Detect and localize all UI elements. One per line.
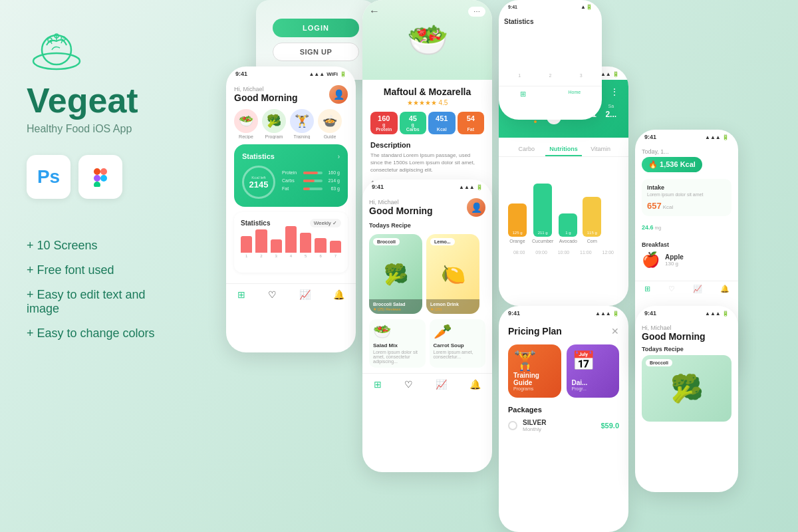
- food2-content: Hi, Michael Good Morning 👤 Todays Recipe…: [362, 193, 492, 373]
- brand-name: Vegeat: [27, 83, 180, 118]
- signup-button[interactable]: SIGN UP: [273, 43, 359, 61]
- pkg-radio[interactable]: [508, 421, 517, 430]
- food-nav-training[interactable]: 🏋️ Training: [290, 109, 314, 139]
- recipe-preview-label: Broccoli: [646, 359, 672, 366]
- bottom-nav-today: ⊞ ♡ 📈 🔔: [635, 281, 738, 297]
- greeting-row: Hi, Michael Good Morning 👤: [234, 85, 348, 104]
- breakfast-item-apple: 🍎 Apple 130 g: [642, 251, 732, 269]
- heart-nav-icon[interactable]: ♡: [268, 289, 277, 300]
- kcal-tag: 451Kcal: [428, 112, 456, 134]
- packages-section: Packages SILVER Monthly $59.0: [508, 406, 619, 432]
- nutrition-tabs: Carbo Nutritions Vitamin: [499, 138, 628, 157]
- recipe-lemon-label: Lemo...: [430, 238, 455, 245]
- rec-card-1[interactable]: 🥗 Salad Mix Lorem ipsum dolor sit amet, …: [369, 319, 426, 368]
- todays-recipe-row: 🥦 Broccoli Broccoli Salad ★ (25) Reviews…: [369, 234, 485, 314]
- breakfast-section: Breakfast 🍎 Apple 130 g: [642, 237, 732, 273]
- carbs-tag: 45gCarbs: [400, 112, 427, 134]
- brand-logo: [27, 27, 86, 73]
- food-hero: 🥗 ← ⋯: [362, 0, 492, 80]
- fat-bar: Fat 63 g: [282, 186, 340, 191]
- nutrition-chart: 125 g Orange 211 g Cucumber 1 g Avocado …: [499, 157, 628, 250]
- tool-badges: Ps: [27, 155, 180, 199]
- silver-package[interactable]: SILVER Monthly $59.0: [508, 419, 619, 432]
- bar-orange: 125 g Orange: [508, 203, 527, 243]
- recipe-broccoli-footer: Broccoli Salad ★ (25) Reviews: [369, 299, 422, 314]
- intake-val-row: 657 Kcal: [647, 201, 726, 211]
- today-content: Today, 1... 🔥 1,536 Kcal Intake Lorem ip…: [635, 143, 738, 278]
- food-nav-row: 🥗 Recipe 🥦 Program 🏋️ Training 🍲 Guide: [234, 109, 348, 139]
- intake-section: Intake Lorem ipsum dolor sit amet 657 Kc…: [642, 179, 732, 216]
- intake-detail-row: 24.6 mg: [642, 221, 732, 233]
- small-bottom-nav: ⊞ Home: [499, 86, 602, 102]
- nutrition-row: 160gProtein 45gCarbs 451Kcal 54Fat: [370, 112, 484, 134]
- user-avatar[interactable]: 👤: [329, 85, 348, 104]
- feature-screens: + 10 Screens: [27, 239, 180, 253]
- phones-area: LOGIN SIGN UP 9:41 ▲▲▲WiFi🔋 Hi, Michael …: [206, 0, 798, 532]
- carbs-bar: Carbs 214 g: [282, 178, 340, 183]
- kcal-circle: Kcal left 2145: [242, 166, 275, 199]
- svg-rect-10: [94, 175, 100, 182]
- svg-point-0: [33, 53, 80, 69]
- kcal-badge: 🔥 1,536 Kcal: [642, 157, 702, 172]
- main-content: Hi, Michael Good Morning 👤 🥗 Recipe 🥦 Pr…: [226, 80, 356, 283]
- status-icons: ▲▲▲WiFi🔋: [309, 71, 346, 77]
- bar-chart: 1 2 3 4 5 6 7: [241, 233, 341, 266]
- tab-nutritions[interactable]: Nutritions: [545, 143, 583, 156]
- home-icon-small[interactable]: ⊞: [520, 90, 526, 98]
- plan-cards: 🏋️ Training Guide Programs 📅 Dai... Prog…: [508, 344, 619, 398]
- time-axis: 08:00 09:00 10:00 11:00 12:00: [499, 250, 628, 260]
- greeting-text: Hi, Michael Good Morning: [234, 86, 298, 103]
- food-nav-guide[interactable]: 🍲 Guide: [318, 109, 342, 139]
- status-bar-last: 9:41 ▲▲▲ 🔋: [635, 306, 738, 319]
- close-button[interactable]: ✕: [611, 326, 619, 336]
- home-nav-icon[interactable]: ⊞: [237, 289, 245, 300]
- feature-font: + Free font used: [27, 263, 180, 277]
- avatar-food2[interactable]: 👤: [467, 198, 485, 217]
- status-bar-today: 9:41 ▲▲▲ 🔋: [635, 130, 738, 143]
- recommended-row: 🥗 Salad Mix Lorem ipsum dolor sit amet, …: [369, 319, 485, 368]
- svg-rect-9: [100, 168, 107, 175]
- small-chart: [504, 31, 597, 70]
- last-content: Hi, Michael Good Morning Todays Recipe 🥦…: [635, 319, 738, 431]
- left-panel: Vegeat Healthy Food iOS App Ps + 10 Scre…: [0, 0, 206, 532]
- recipe-broccoli[interactable]: 🥦 Broccoli Broccoli Salad ★ (25) Reviews: [369, 234, 422, 314]
- daily-card[interactable]: 📅 Dai... Progr...: [567, 344, 620, 398]
- ps-badge: Ps: [27, 155, 70, 199]
- svg-rect-11: [94, 182, 100, 187]
- tab-vitamin[interactable]: Vitamin: [582, 143, 619, 156]
- protein-tag: 160gProtein: [370, 112, 398, 134]
- stats-header: Statistics ›: [242, 152, 340, 160]
- recipe-broccoli-label: Broccoli: [373, 238, 400, 245]
- svg-rect-8: [94, 168, 100, 175]
- stats-card: Statistics › Kcal left 2145 Protein 160 …: [234, 144, 348, 207]
- ps-label: Ps: [37, 166, 60, 188]
- stats-nav-icon[interactable]: 📈: [299, 289, 311, 300]
- food-nav-recipe[interactable]: 🥗 Recipe: [234, 109, 258, 139]
- home-label-small: Home: [568, 90, 581, 98]
- feature-colors: + Easy to change colors: [27, 327, 180, 340]
- food-nav-program[interactable]: 🥦 Program: [262, 109, 286, 139]
- bar-cucumber: 211 g Cucumber: [532, 184, 553, 243]
- menu-icon[interactable]: ⋮: [610, 86, 619, 97]
- phone-pricing: 9:41 ▲▲▲ 🔋 Pricing Plan ✕ 🏋️ Training Gu…: [499, 306, 628, 532]
- bell-nav-icon[interactable]: 🔔: [333, 289, 344, 300]
- phone-food2: 9:41 ▲▲▲ 🔋 Hi, Michael Good Morning 👤 To…: [362, 180, 492, 472]
- recipe-lemon[interactable]: 🍋 Lemo... Lemon Drink ★ (25): [426, 234, 479, 314]
- tab-carbo[interactable]: Carbo: [508, 143, 545, 156]
- status-bar-pricing: 9:41 ▲▲▲ 🔋: [499, 306, 628, 319]
- login-button[interactable]: LOGIN: [273, 19, 359, 37]
- phone-last: 9:41 ▲▲▲ 🔋 Hi, Michael Good Morning Toda…: [635, 306, 738, 492]
- status-bar-food2: 9:41 ▲▲▲ 🔋: [362, 180, 492, 193]
- sched-day-sa[interactable]: Sa2...: [603, 104, 620, 128]
- status-bar-main: 9:41 ▲▲▲WiFi🔋: [226, 66, 356, 80]
- recipe-preview: 🥦 Broccoli: [642, 355, 732, 422]
- greeting-row-food2: Hi, Michael Good Morning 👤: [369, 198, 485, 217]
- chart-card: Statistics Weekly ✓ 1 2 3 4 5 6 7: [234, 212, 348, 273]
- bottom-nav-main: ⊞ ♡ 📈 🔔: [226, 283, 356, 305]
- bar-avocado: 1 g Avocado: [559, 213, 577, 243]
- training-guide-card[interactable]: 🏋️ Training Guide Programs: [508, 344, 561, 398]
- features-list: + 10 Screens + Free font used + Easy to …: [27, 239, 180, 340]
- bar-corn: 115 g Corn: [583, 197, 601, 243]
- phone-main: 9:41 ▲▲▲WiFi🔋 Hi, Michael Good Morning 👤…: [226, 66, 356, 352]
- rec-card-2[interactable]: 🥕 Carrot Soup Lorem ipsum amet, consecte…: [430, 319, 486, 368]
